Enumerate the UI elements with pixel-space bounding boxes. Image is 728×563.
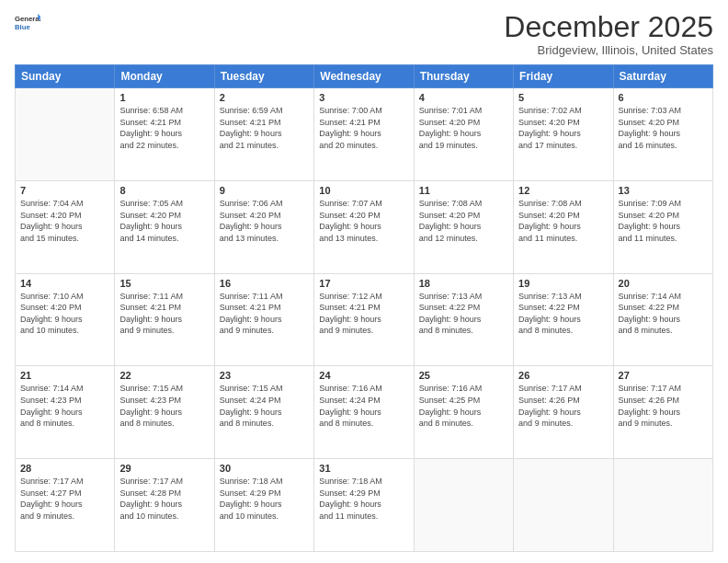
day-number: 6 [619,92,708,103]
day-number: 24 [319,370,408,381]
day-cell: 1Sunrise: 6:58 AM Sunset: 4:21 PM Daylig… [115,88,214,181]
day-number: 18 [419,278,508,289]
col-header-saturday: Saturday [613,65,712,88]
day-cell: 25Sunrise: 7:16 AM Sunset: 4:25 PM Dayli… [414,366,513,459]
col-header-sunday: Sunday [16,65,115,88]
day-info: Sunrise: 7:17 AM Sunset: 4:28 PM Dayligh… [119,476,209,522]
day-info: Sunrise: 7:11 AM Sunset: 4:21 PM Dayligh… [119,291,209,337]
day-number: 15 [119,278,209,289]
day-cell: 17Sunrise: 7:12 AM Sunset: 4:21 PM Dayli… [314,273,414,366]
logo: General Blue [15,11,40,37]
day-info: Sunrise: 7:07 AM Sunset: 4:20 PM Dayligh… [319,198,408,244]
day-info: Sunrise: 7:16 AM Sunset: 4:25 PM Dayligh… [419,383,508,429]
day-number: 21 [20,370,109,381]
day-info: Sunrise: 7:18 AM Sunset: 4:29 PM Dayligh… [220,476,309,522]
svg-text:Blue: Blue [15,23,30,31]
day-cell: 9Sunrise: 7:06 AM Sunset: 4:20 PM Daylig… [214,180,313,273]
page: General Blue December 2025 Bridgeview, I… [0,0,728,563]
day-number: 4 [419,92,508,103]
day-info: Sunrise: 7:10 AM Sunset: 4:20 PM Dayligh… [20,291,109,337]
day-number: 19 [518,278,608,289]
day-number: 31 [319,463,408,474]
day-number: 3 [319,92,408,103]
day-info: Sunrise: 7:09 AM Sunset: 4:20 PM Dayligh… [619,198,708,244]
day-number: 29 [119,463,209,474]
day-info: Sunrise: 7:05 AM Sunset: 4:20 PM Dayligh… [119,198,209,244]
week-row-4: 21Sunrise: 7:14 AM Sunset: 4:23 PM Dayli… [16,366,713,459]
day-number: 22 [119,370,209,381]
day-cell: 21Sunrise: 7:14 AM Sunset: 4:23 PM Dayli… [16,366,115,459]
day-info: Sunrise: 6:59 AM Sunset: 4:21 PM Dayligh… [220,105,309,151]
day-number: 20 [619,278,708,289]
day-cell: 30Sunrise: 7:18 AM Sunset: 4:29 PM Dayli… [214,459,313,552]
day-info: Sunrise: 7:17 AM Sunset: 4:26 PM Dayligh… [518,383,608,429]
day-cell [16,88,115,181]
svg-text:General: General [15,15,40,23]
day-number: 9 [220,185,309,196]
day-number: 13 [619,185,708,196]
day-info: Sunrise: 7:15 AM Sunset: 4:24 PM Dayligh… [220,383,309,429]
week-row-1: 1Sunrise: 6:58 AM Sunset: 4:21 PM Daylig… [16,88,713,181]
day-info: Sunrise: 7:02 AM Sunset: 4:20 PM Dayligh… [518,105,608,151]
day-cell: 28Sunrise: 7:17 AM Sunset: 4:27 PM Dayli… [16,459,115,552]
location: Bridgeview, Illinois, United States [504,43,713,57]
day-cell: 26Sunrise: 7:17 AM Sunset: 4:26 PM Dayli… [514,366,613,459]
week-row-5: 28Sunrise: 7:17 AM Sunset: 4:27 PM Dayli… [16,459,713,552]
day-number: 10 [319,185,408,196]
col-header-thursday: Thursday [414,65,513,88]
day-info: Sunrise: 7:00 AM Sunset: 4:21 PM Dayligh… [319,105,408,151]
day-cell [613,459,712,552]
day-info: Sunrise: 7:06 AM Sunset: 4:20 PM Dayligh… [220,198,309,244]
day-info: Sunrise: 7:14 AM Sunset: 4:22 PM Dayligh… [619,291,708,337]
day-info: Sunrise: 7:17 AM Sunset: 4:26 PM Dayligh… [619,383,708,429]
day-info: Sunrise: 7:01 AM Sunset: 4:20 PM Dayligh… [419,105,508,151]
day-cell: 20Sunrise: 7:14 AM Sunset: 4:22 PM Dayli… [613,273,712,366]
day-info: Sunrise: 7:15 AM Sunset: 4:23 PM Dayligh… [119,383,209,429]
day-info: Sunrise: 7:18 AM Sunset: 4:29 PM Dayligh… [319,476,408,522]
day-cell: 18Sunrise: 7:13 AM Sunset: 4:22 PM Dayli… [414,273,513,366]
day-cell: 15Sunrise: 7:11 AM Sunset: 4:21 PM Dayli… [115,273,214,366]
day-info: Sunrise: 7:14 AM Sunset: 4:23 PM Dayligh… [20,383,109,429]
day-info: Sunrise: 7:08 AM Sunset: 4:20 PM Dayligh… [419,198,508,244]
week-row-3: 14Sunrise: 7:10 AM Sunset: 4:20 PM Dayli… [16,273,713,366]
day-info: Sunrise: 7:04 AM Sunset: 4:20 PM Dayligh… [20,198,109,244]
day-cell: 4Sunrise: 7:01 AM Sunset: 4:20 PM Daylig… [414,88,513,181]
day-number: 14 [20,278,109,289]
col-header-friday: Friday [514,65,613,88]
day-cell: 22Sunrise: 7:15 AM Sunset: 4:23 PM Dayli… [115,366,214,459]
day-info: Sunrise: 7:03 AM Sunset: 4:20 PM Dayligh… [619,105,708,151]
day-cell [514,459,613,552]
col-header-monday: Monday [115,65,214,88]
day-cell: 11Sunrise: 7:08 AM Sunset: 4:20 PM Dayli… [414,180,513,273]
day-cell: 10Sunrise: 7:07 AM Sunset: 4:20 PM Dayli… [314,180,414,273]
day-number: 27 [619,370,708,381]
day-number: 5 [518,92,608,103]
day-cell: 5Sunrise: 7:02 AM Sunset: 4:20 PM Daylig… [514,88,613,181]
day-cell: 6Sunrise: 7:03 AM Sunset: 4:20 PM Daylig… [613,88,712,181]
day-number: 17 [319,278,408,289]
day-cell [414,459,513,552]
day-info: Sunrise: 7:17 AM Sunset: 4:27 PM Dayligh… [20,476,109,522]
day-cell: 14Sunrise: 7:10 AM Sunset: 4:20 PM Dayli… [16,273,115,366]
col-header-wednesday: Wednesday [314,65,414,88]
day-number: 30 [220,463,309,474]
day-info: Sunrise: 6:58 AM Sunset: 4:21 PM Dayligh… [119,105,209,151]
day-number: 7 [20,185,109,196]
calendar-table: SundayMondayTuesdayWednesdayThursdayFrid… [15,64,713,552]
month-title: December 2025 [504,11,713,43]
week-row-2: 7Sunrise: 7:04 AM Sunset: 4:20 PM Daylig… [16,180,713,273]
day-number: 2 [220,92,309,103]
day-cell: 7Sunrise: 7:04 AM Sunset: 4:20 PM Daylig… [16,180,115,273]
day-info: Sunrise: 7:12 AM Sunset: 4:21 PM Dayligh… [319,291,408,337]
day-info: Sunrise: 7:13 AM Sunset: 4:22 PM Dayligh… [419,291,508,337]
day-cell: 16Sunrise: 7:11 AM Sunset: 4:21 PM Dayli… [214,273,313,366]
day-number: 16 [220,278,309,289]
day-number: 26 [518,370,608,381]
day-cell: 23Sunrise: 7:15 AM Sunset: 4:24 PM Dayli… [214,366,313,459]
day-cell: 3Sunrise: 7:00 AM Sunset: 4:21 PM Daylig… [314,88,414,181]
day-number: 28 [20,463,109,474]
day-cell: 19Sunrise: 7:13 AM Sunset: 4:22 PM Dayli… [514,273,613,366]
day-cell: 24Sunrise: 7:16 AM Sunset: 4:24 PM Dayli… [314,366,414,459]
title-block: December 2025 Bridgeview, Illinois, Unit… [504,11,713,57]
day-number: 23 [220,370,309,381]
